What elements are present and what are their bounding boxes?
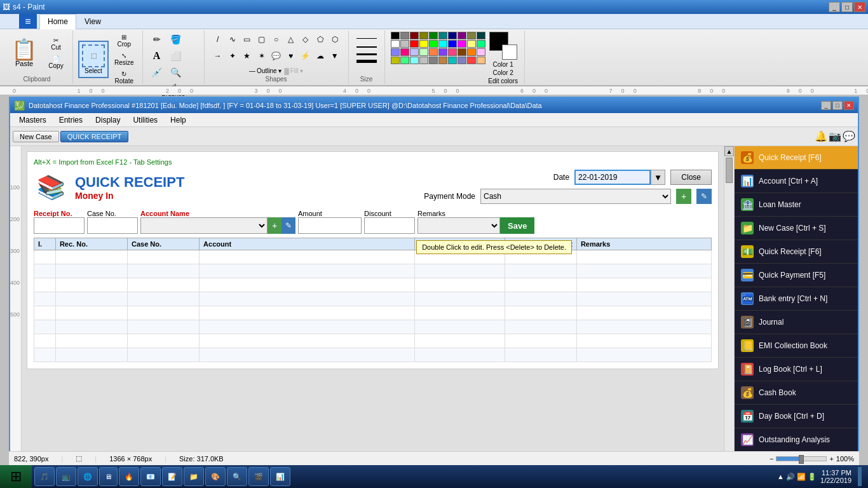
- right-item-quick-receipt2[interactable]: 💵 Quick Receipt [F6]: [735, 240, 858, 264]
- color-lightgreen[interactable]: [419, 48, 428, 56]
- color-darkyellow2[interactable]: [391, 57, 400, 64]
- triangle-shape[interactable]: △: [284, 33, 298, 46]
- taskbar-item-ie[interactable]: 🌐: [78, 467, 98, 486]
- callout-shape[interactable]: 💬: [269, 50, 283, 62]
- size-4[interactable]: [356, 60, 377, 63]
- fill-option[interactable]: ▓ Fill ▾: [284, 67, 303, 74]
- menu-entries[interactable]: Entries: [54, 114, 88, 126]
- quick-access[interactable]: ≡: [19, 14, 37, 29]
- right-item-cash-book[interactable]: 💰 Cash Book: [735, 381, 858, 405]
- size-1[interactable]: [356, 38, 377, 39]
- fill-tool[interactable]: 🪣: [167, 32, 185, 47]
- color-darkgreen[interactable]: [429, 32, 438, 39]
- color-orange[interactable]: [429, 48, 438, 56]
- menu-display[interactable]: Display: [90, 114, 125, 126]
- color-teal[interactable]: [438, 32, 447, 39]
- date-dropdown-btn[interactable]: ▼: [651, 170, 665, 185]
- scroll-up-btn[interactable]: ▲: [724, 146, 734, 156]
- color-yellow[interactable]: [419, 40, 428, 48]
- color-brown[interactable]: [458, 48, 466, 56]
- color-gray[interactable]: [400, 32, 409, 39]
- picker-tool[interactable]: 💉: [148, 65, 166, 80]
- account-add-btn[interactable]: +: [268, 217, 281, 234]
- date-input[interactable]: [574, 170, 651, 185]
- heart-shape[interactable]: ♥: [284, 50, 298, 62]
- color-mint[interactable]: [400, 57, 409, 64]
- close-form-button[interactable]: Close: [670, 170, 712, 185]
- taskbar-item-firefox[interactable]: 🔥: [119, 467, 139, 486]
- account-edit-btn[interactable]: ✎: [281, 217, 295, 234]
- toolbar-icon-3[interactable]: 💬: [843, 130, 855, 142]
- zoom-in-btn[interactable]: +: [829, 455, 833, 463]
- start-button[interactable]: ⊞: [0, 465, 32, 488]
- color-slateblue[interactable]: [458, 57, 466, 64]
- payment-mode-select[interactable]: Cash: [480, 189, 671, 204]
- right-item-day-book[interactable]: 📅 Day Book [Ctrl + D]: [735, 405, 858, 428]
- zoom-slider[interactable]: [776, 456, 827, 461]
- maximize-button[interactable]: □: [841, 2, 853, 12]
- taskbar-item-folder[interactable]: 📁: [184, 467, 204, 486]
- minimize-button[interactable]: _: [829, 2, 840, 12]
- save-entry-btn[interactable]: Save: [500, 217, 534, 234]
- amount-input[interactable]: [298, 217, 362, 234]
- taskbar-item-video2[interactable]: 🎬: [248, 467, 269, 486]
- hexagon-shape[interactable]: ⬡: [328, 33, 342, 46]
- crop-button[interactable]: ⊞ Crop: [111, 32, 137, 50]
- roundrect-shape[interactable]: ▢: [255, 33, 269, 46]
- color-peach[interactable]: [477, 57, 485, 64]
- star5-shape[interactable]: ★: [240, 50, 254, 62]
- color-olive[interactable]: [419, 32, 428, 39]
- right-item-bank-entry[interactable]: 🏧 Bank entry [Ctrl + N]: [735, 287, 858, 311]
- color-lime[interactable]: [429, 40, 438, 48]
- menu-masters[interactable]: Masters: [14, 114, 51, 126]
- scroll-thumb[interactable]: [726, 158, 733, 183]
- color-purple[interactable]: [458, 32, 466, 39]
- color-hotpink[interactable]: [448, 48, 457, 56]
- rect-shape[interactable]: ▭: [240, 33, 254, 46]
- tab-view[interactable]: View: [76, 14, 109, 29]
- app-maximize-btn[interactable]: □: [832, 101, 843, 110]
- color-silver2[interactable]: [419, 57, 428, 64]
- text-tool[interactable]: A: [148, 48, 166, 64]
- app-minimize-btn[interactable]: _: [821, 101, 831, 110]
- magnifier-tool[interactable]: 🔍: [167, 65, 185, 80]
- color-lightcyan[interactable]: [410, 57, 419, 64]
- color-white[interactable]: [391, 40, 400, 48]
- color-springgreen[interactable]: [477, 40, 485, 48]
- close-button[interactable]: ✕: [854, 2, 865, 12]
- color-violet[interactable]: [438, 48, 447, 56]
- curve-shape[interactable]: ∿: [226, 33, 240, 46]
- eraser-tool[interactable]: ⬜: [167, 48, 185, 64]
- color-magenta[interactable]: [458, 40, 466, 48]
- diamond-shape[interactable]: ◇: [299, 33, 313, 46]
- taskbar-item-media[interactable]: 🎨: [205, 467, 226, 486]
- color-gray2[interactable]: [429, 57, 438, 64]
- right-item-quick-payment[interactable]: 💳 Quick Payment [F5]: [735, 264, 858, 287]
- color-lavender[interactable]: [410, 48, 419, 56]
- quick-receipt-tab-button[interactable]: QUICK RECEIPT: [60, 131, 129, 142]
- app-close-btn[interactable]: ✕: [844, 101, 854, 110]
- arrow-shape[interactable]: →: [211, 50, 225, 62]
- taskbar-item-word[interactable]: 📝: [162, 467, 182, 486]
- payment-add-btn[interactable]: +: [676, 189, 691, 204]
- size-3[interactable]: [356, 53, 377, 55]
- color-lightpink[interactable]: [477, 48, 485, 56]
- taskbar-item-chart[interactable]: 📊: [270, 467, 290, 486]
- outline-option[interactable]: — Outline ▾: [249, 67, 281, 74]
- line-shape[interactable]: /: [211, 33, 225, 46]
- right-item-log-book[interactable]: 📔 Log Book [Ctrl + L]: [735, 358, 858, 381]
- size-2[interactable]: [356, 46, 377, 48]
- toolbar-icon-2[interactable]: 📷: [829, 130, 841, 142]
- star6-shape[interactable]: ✶: [255, 50, 269, 62]
- taskbar-item-computer[interactable]: 🖥: [99, 467, 118, 486]
- taskbar-item-chrome[interactable]: 📧: [140, 467, 161, 486]
- taskbar-item-video[interactable]: 📺: [56, 467, 76, 486]
- star4-shape[interactable]: ✦: [226, 50, 240, 62]
- color-darkyellow[interactable]: [467, 32, 476, 39]
- color-tan[interactable]: [438, 57, 447, 64]
- color-cyan[interactable]: [438, 40, 447, 48]
- new-case-button[interactable]: New Case: [13, 131, 59, 142]
- vertical-scrollbar[interactable]: ▲ ▼: [724, 146, 734, 464]
- color-red[interactable]: [410, 40, 419, 48]
- color-black[interactable]: [391, 32, 400, 39]
